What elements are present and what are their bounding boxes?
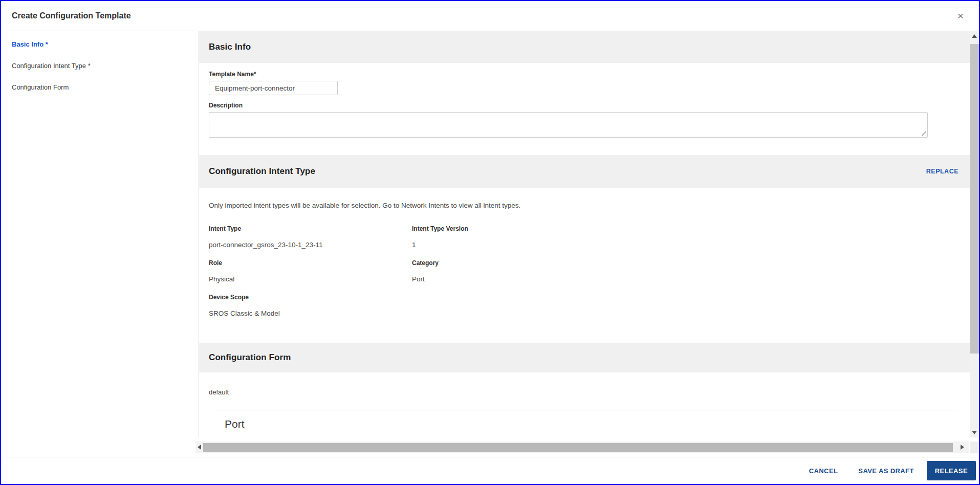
device-scope-value: SROS Classic & Model — [209, 310, 412, 317]
close-icon[interactable]: × — [953, 9, 968, 23]
device-scope-label: Device Scope — [209, 294, 412, 301]
sidebar-item-configuration-intent-type[interactable]: Configuration Intent Type * — [1, 55, 199, 77]
dialog-titlebar: Create Configuration Template × — [1, 1, 979, 31]
role-field: Role Physical — [209, 259, 412, 283]
intent-type-value: port-connector_gsros_23-10-1_23-11 — [209, 241, 412, 249]
scroll-left-arrow-icon[interactable] — [198, 445, 201, 450]
sidebar-item-basic-info[interactable]: Basic Info * — [1, 34, 199, 55]
intent-type-section-header: Configuration Intent Type REPLACE — [199, 155, 970, 188]
intent-type-section-title: Configuration Intent Type — [209, 166, 315, 177]
horizontal-scrollbar[interactable] — [195, 442, 969, 453]
template-name-input[interactable] — [209, 81, 338, 95]
dialog-content: Basic Info Template Name* Description Co… — [199, 31, 970, 436]
dialog-title: Create Configuration Template — [12, 1, 131, 31]
horizontal-scrollbar-thumb[interactable] — [203, 443, 953, 452]
form-panel-divider — [215, 410, 959, 410]
basic-info-section-header: Basic Info — [199, 31, 970, 63]
description-label: Description — [209, 95, 970, 109]
configuration-form-body: default Port — [199, 372, 970, 430]
template-name-label: Template Name* — [209, 63, 970, 78]
category-label: Category — [412, 259, 970, 267]
scrollbar-corner — [970, 442, 979, 453]
configuration-form-section-header: Configuration Form — [199, 343, 970, 372]
vertical-scrollbar-thumb[interactable] — [970, 44, 979, 354]
dialog-footer: CANCEL SAVE AS DRAFT RELEASE — [1, 457, 979, 484]
cancel-button[interactable]: CANCEL — [809, 467, 838, 475]
release-button[interactable]: RELEASE — [927, 461, 976, 480]
intent-type-field-grid: Intent Type port-connector_gsros_23-10-1… — [209, 225, 970, 317]
intent-type-field: Intent Type port-connector_gsros_23-10-1… — [209, 225, 412, 249]
configuration-form-section-title: Configuration Form — [209, 352, 291, 363]
role-label: Role — [209, 259, 412, 267]
description-textarea[interactable] — [209, 112, 928, 138]
category-value: Port — [412, 275, 970, 283]
vertical-scrollbar[interactable] — [970, 31, 979, 437]
intent-type-info-text: Only imported intent types will be avail… — [209, 188, 970, 209]
sidebar-item-configuration-form[interactable]: Configuration Form — [1, 77, 199, 98]
create-configuration-template-dialog: Create Configuration Template × Basic In… — [1, 1, 979, 484]
basic-info-form: Template Name* Description — [199, 63, 970, 155]
save-as-draft-button[interactable]: SAVE AS DRAFT — [858, 467, 913, 475]
intent-type-details: Only imported intent types will be avail… — [199, 188, 970, 343]
basic-info-section-title: Basic Info — [209, 42, 251, 52]
form-version-default: default — [209, 372, 970, 396]
replace-button[interactable]: REPLACE — [926, 168, 959, 175]
intent-type-version-field: Intent Type Version 1 — [412, 225, 970, 249]
scroll-right-arrow-icon[interactable] — [961, 445, 964, 450]
form-port-heading: Port — [215, 418, 970, 430]
scroll-down-arrow-icon[interactable] — [972, 431, 977, 434]
role-value: Physical — [209, 275, 412, 283]
description-field-wrap — [209, 112, 928, 138]
step-sidebar: Basic Info * Configuration Intent Type *… — [1, 31, 199, 456]
scroll-up-arrow-icon[interactable] — [972, 34, 977, 38]
intent-type-version-label: Intent Type Version — [412, 225, 970, 232]
intent-type-version-value: 1 — [412, 241, 970, 249]
intent-type-label: Intent Type — [209, 225, 412, 232]
device-scope-field: Device Scope SROS Classic & Model — [209, 294, 412, 317]
category-field: Category Port — [412, 259, 970, 283]
